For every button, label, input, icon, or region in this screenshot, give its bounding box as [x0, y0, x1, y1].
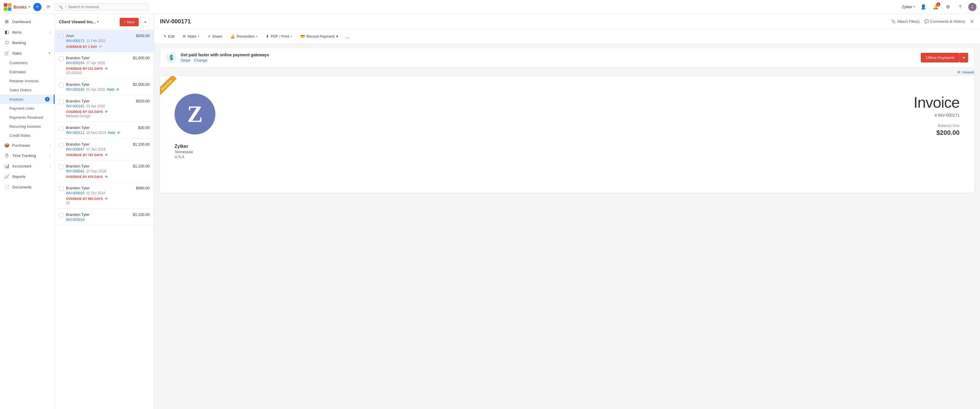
record-payment-button[interactable]: 💳 Record Payment ▾ — [297, 32, 342, 40]
change-link[interactable]: Change — [194, 58, 207, 62]
sidebar-item-label: Purchases — [12, 143, 30, 147]
invoice-row[interactable]: Brandon Tyler INV-000019 $1,100.00 — [55, 209, 154, 225]
add-button[interactable]: + — [33, 3, 41, 11]
main-layout: ⊞ Dashboard ◧ Items › ⬡ Banking 🛒 Sales … — [0, 14, 980, 409]
edit-label: Edit — [168, 34, 175, 38]
search-filter-icon[interactable]: 🔍 — [59, 5, 63, 9]
share-label: Share — [212, 34, 223, 38]
eye-icon: 👁 — [117, 131, 120, 135]
envelope-icon: ✉ — [957, 70, 961, 75]
invoice-date: 07 Jan 2019 — [86, 147, 105, 151]
invoice-number[interactable]: INV-000162 — [66, 87, 84, 92]
invoice-number[interactable]: INV-000020 — [66, 191, 84, 195]
sidebar-item-reports[interactable]: 📈 Reports — [0, 171, 54, 182]
items-icon: ◧ — [4, 30, 10, 35]
invoice-amount: $200.00 — [136, 33, 150, 38]
edit-button[interactable]: ✎ Edit — [160, 32, 178, 40]
invoice-right: Invoice # INV-000171 Balance Due $200.00 — [913, 88, 959, 181]
invoice-number[interactable]: INV-000164 — [66, 61, 84, 65]
invoice-number[interactable]: INV-000041 — [66, 169, 84, 173]
sidebar-subitem-recurring-invoices[interactable]: Recurring Invoices — [0, 122, 54, 131]
pdf-print-button[interactable]: ⬇ PDF / Print ▾ — [262, 32, 296, 40]
comments-history-link[interactable]: 💬 Comments & History — [924, 19, 965, 24]
invoices-plus-icon[interactable]: + — [45, 97, 49, 101]
search-bar: 🔍 ▾ — [56, 3, 149, 11]
mails-button[interactable]: ✉ Mails ▾ — [179, 32, 202, 40]
invoice-customer-name: Brandon Tyler — [66, 186, 134, 190]
sidebar-item-dashboard[interactable]: ⊞ Dashboard — [0, 16, 54, 27]
list-title-chevron[interactable]: ▾ — [97, 20, 99, 24]
offline-payments-dropdown-button[interactable]: ▾ — [959, 53, 968, 62]
sidebar-subitem-customers[interactable]: Customers — [0, 58, 54, 67]
share-icon: ⇗ — [207, 34, 211, 38]
settings-button[interactable]: ⚙ — [944, 3, 952, 11]
invoice-details: Brandon Tyler INV-000111 20 Nov 2019 PAI… — [66, 125, 136, 135]
detail-header: INV-000171 📎 Attach File(s) 💬 Comments &… — [154, 14, 980, 29]
invoice-number[interactable]: INV-000019 — [66, 218, 84, 222]
invoice-checkbox[interactable] — [59, 213, 64, 218]
invoice-checkbox[interactable] — [59, 34, 64, 39]
invoice-checkbox[interactable] — [59, 83, 64, 87]
banking-icon: ⬡ — [4, 40, 10, 45]
reports-icon: 📈 — [4, 174, 10, 179]
viewed-badge: ✉ Viewed — [957, 70, 974, 75]
close-detail-button[interactable]: ✕ — [970, 18, 974, 25]
offline-payments-button[interactable]: Offline Payments — [921, 53, 959, 62]
search-input[interactable] — [68, 5, 146, 9]
sidebar-item-sales[interactable]: 🛒 Sales ▾ — [0, 48, 54, 58]
sidebar-item-accountant[interactable]: 📊 Accountant › — [0, 161, 54, 171]
invoice-row[interactable]: Arun INV-000171 11 Feb 2021 OVERDUE BY 1… — [55, 30, 154, 52]
invoice-number[interactable]: INV-000111 — [66, 131, 84, 135]
sidebar-subitem-credit-notes[interactable]: Credit Notes — [0, 131, 54, 140]
sidebar-subitem-invoices[interactable]: Invoices + — [0, 95, 54, 104]
invoice-checkbox[interactable] — [59, 165, 64, 169]
invoice-checkbox[interactable] — [59, 126, 64, 131]
invoice-row[interactable]: Brandon Tyler INV-000041 20 Sep 2018 OVE… — [55, 160, 154, 182]
sidebar-item-purchases[interactable]: 📦 Purchases › — [0, 140, 54, 151]
payment-gateway-banner: 💲 Get paid faster with online payment ga… — [160, 48, 974, 67]
user-avatar[interactable]: Z — [968, 3, 977, 11]
invoice-row[interactable]: Brandon Tyler INV-000164 07 Apr 2020 OVE… — [55, 52, 154, 79]
invoice-checkbox[interactable] — [59, 100, 64, 104]
mail-icon: ✉ — [183, 34, 186, 38]
list-menu-button[interactable]: ≡ — [141, 17, 150, 26]
reminders-button[interactable]: 🔔 Reminders ▾ — [227, 32, 261, 40]
eye-icon: 👁 — [105, 153, 108, 157]
new-invoice-button[interactable]: + New — [120, 18, 138, 26]
app-logo[interactable]: Books ▾ — [3, 3, 30, 11]
invoice-amount: $1,100.00 — [133, 212, 150, 217]
invoice-checkbox[interactable] — [59, 143, 64, 147]
sidebar-subitem-payments-received[interactable]: Payments Received — [0, 113, 54, 122]
sidebar-subitem-payment-links[interactable]: Payment Links — [0, 104, 54, 113]
invoice-row[interactable]: Brandon Tyler INV-000161 03 Apr 2020 OVE… — [55, 95, 154, 122]
invoice-row[interactable]: Brandon Tyler INV-000162 01 Apr 2020 PAI… — [55, 79, 154, 95]
invoice-details: Arun INV-000171 11 Feb 2021 OVERDUE BY 1… — [66, 33, 134, 48]
invoice-row[interactable]: Brandon Tyler INV-000020 02 Oct 2018 OVE… — [55, 182, 154, 209]
invoice-number[interactable]: INV-000047 — [66, 147, 84, 151]
invoice-number[interactable]: INV-000171 — [66, 39, 84, 43]
invoice-checkbox[interactable] — [59, 186, 64, 191]
sidebar-subitem-retainer-invoices[interactable]: Retainer Invoices — [0, 76, 54, 86]
sidebar-item-documents[interactable]: 📄 Documents — [0, 182, 54, 192]
contacts-button[interactable]: 👤 — [919, 3, 928, 11]
sidebar-item-time-tracking[interactable]: ⏱ Time Tracking › — [0, 151, 54, 161]
sidebar-subitem-estimates[interactable]: Estimates — [0, 67, 54, 76]
notification-badge: 4 — [936, 2, 940, 6]
invoice-checkbox[interactable] — [59, 56, 64, 61]
share-button[interactable]: ⇗ Share — [204, 32, 226, 40]
payment-gateway-icon: 💲 — [166, 52, 177, 63]
history-button[interactable]: ⟳ — [45, 3, 52, 11]
attach-files-link[interactable]: 📎 Attach File(s) — [891, 19, 920, 24]
sidebar-item-label: Reports — [12, 174, 26, 179]
invoice-number[interactable]: INV-000161 — [66, 104, 84, 108]
invoice-row[interactable]: Brandon Tyler INV-000111 20 Nov 2019 PAI… — [55, 122, 154, 139]
help-button[interactable]: ? — [956, 3, 964, 11]
invoice-row[interactable]: Brandon Tyler INV-000047 07 Jan 2019 OVE… — [55, 139, 154, 160]
sidebar-item-items[interactable]: ◧ Items › — [0, 27, 54, 37]
notifications-button[interactable]: 🔔 4 — [932, 3, 940, 11]
more-options-button[interactable]: ... — [343, 32, 352, 41]
sidebar-item-banking[interactable]: ⬡ Banking — [0, 37, 54, 48]
sidebar-subitem-sales-orders[interactable]: Sales Orders — [0, 86, 54, 95]
invoice-date: 07 Apr 2020 — [86, 61, 105, 65]
user-menu[interactable]: Zylker ▾ — [902, 5, 915, 9]
